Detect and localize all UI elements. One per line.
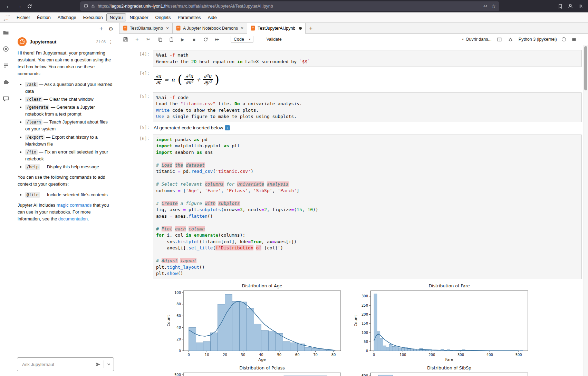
tab-jupyter-notebook-demo[interactable]: A Jupyter Notebook Demons ×: [173, 23, 247, 33]
code-cell[interactable]: [5]: %%ai -f codeLoad the "titanic.csv" …: [131, 92, 582, 122]
menu-edition[interactable]: Édition: [33, 13, 54, 21]
svg-text:0: 0: [179, 349, 181, 353]
validate-button[interactable]: Validate: [266, 37, 281, 42]
cut-cell-icon[interactable]: ✂: [145, 37, 152, 42]
url-bar[interactable]: https://iagpu2-nbgrader.univ-lyon1.fr/us…: [80, 1, 499, 11]
running-sessions-icon[interactable]: [2, 46, 9, 52]
code-token: Generate the: [156, 59, 191, 64]
notebook-file-icon: [123, 26, 127, 31]
code-line: import seaborn as sns: [156, 149, 579, 156]
kernel-status-icon[interactable]: [562, 37, 566, 41]
menu-execution[interactable]: Exécution: [80, 13, 106, 21]
reload-button[interactable]: [24, 1, 35, 11]
close-icon[interactable]: ×: [166, 26, 169, 31]
command-ask: /ask: [25, 82, 38, 87]
chevron-down-icon: ▾: [462, 38, 464, 41]
send-icon[interactable]: [95, 362, 101, 367]
table-of-contents-icon[interactable]: [2, 62, 9, 69]
code-token: analysis: [267, 181, 289, 187]
command-ask-desc: — Ask a question about your learned data: [25, 82, 113, 94]
notebook-file-icon: [251, 26, 255, 31]
account-icon[interactable]: [568, 3, 573, 9]
svg-text:100: 100: [362, 331, 368, 335]
paste-cell-icon[interactable]: [168, 37, 174, 42]
cell-editor[interactable]: import pandas as pdimport matplotlib.pyp…: [153, 135, 582, 279]
unsaved-changes-dot[interactable]: [299, 27, 302, 30]
notebook-content[interactable]: [4]: %%ai -f mathGenerate the 2D heat eq…: [119, 45, 588, 376]
code-token: ': [278, 245, 280, 250]
formgrader-icon[interactable]: [497, 37, 503, 42]
new-chat-icon[interactable]: +: [99, 26, 103, 32]
menu-affichage[interactable]: Affichage: [54, 13, 80, 21]
magic-commands-link[interactable]: magic commands: [57, 202, 92, 208]
extension-manager-icon[interactable]: [2, 79, 9, 86]
svg-text:300: 300: [457, 353, 464, 357]
chevron-down-icon[interactable]: [107, 362, 111, 366]
shield-icon[interactable]: [84, 4, 88, 9]
tab-testjupyterai[interactable]: TestJupyterAI.ipynb: [247, 23, 306, 34]
chat-input[interactable]: [21, 362, 95, 367]
equals-sign: =: [164, 77, 169, 83]
menu-nbgrader[interactable]: Nbgrader: [126, 13, 152, 21]
code-token: each: [175, 226, 186, 231]
code-token: #: [156, 226, 162, 231]
forward-button[interactable]: →: [14, 1, 24, 11]
code-token: as: [196, 150, 202, 155]
library-icon[interactable]: [578, 4, 583, 9]
chat-icon[interactable]: [2, 95, 9, 102]
code-token: axes: [156, 214, 170, 219]
restart-kernel-icon[interactable]: [202, 37, 209, 42]
scrollbar-thumb[interactable]: [584, 46, 587, 90]
copy-cell-icon[interactable]: [157, 37, 163, 42]
menu-fichier[interactable]: Fichier: [13, 13, 33, 21]
cell-editor[interactable]: %%ai -f mathGenerate the 2D heat equatio…: [153, 50, 582, 67]
jupyternaut-chat-panel: + ⚙ Jupyternaut 21:03 ⋮ Hi there! I'm Ju…: [12, 23, 119, 376]
stop-kernel-icon[interactable]: ■: [191, 37, 197, 42]
debugger-bug-icon[interactable]: [508, 37, 514, 42]
code-token: math: [175, 52, 189, 58]
hamburger-menu-icon[interactable]: [571, 37, 577, 42]
lock-icon[interactable]: [91, 4, 95, 9]
chat-settings-gear-icon[interactable]: ⚙: [109, 26, 113, 32]
tab-testollama[interactable]: TestOllama.ipynb ×: [119, 23, 173, 33]
save-icon[interactable]: [123, 37, 129, 42]
chat-message-area[interactable]: Jupyternaut 21:03 ⋮ Hi there! I'm Jupyte…: [12, 33, 119, 376]
code-cell[interactable]: [4]: %%ai -f mathGenerate the 2D heat eq…: [131, 50, 582, 67]
menu-aide[interactable]: Aide: [204, 13, 220, 21]
svg-text:Count: Count: [166, 315, 171, 326]
close-icon[interactable]: ×: [241, 26, 243, 31]
code-cell[interactable]: [6]: import pandas as pdimport matplotli…: [131, 135, 582, 279]
add-cell-icon[interactable]: +: [134, 36, 140, 43]
list-item: /export — Export chat history to a Markd…: [25, 134, 113, 148]
translate-icon[interactable]: A: [483, 4, 488, 9]
command-file-desc: — Include selected file's contents: [41, 192, 108, 197]
pocket-icon[interactable]: [558, 4, 563, 9]
bookmark-star-icon[interactable]: ☆: [491, 3, 496, 9]
cell-type-select[interactable]: Code ▾: [231, 36, 253, 43]
message-menu-icon[interactable]: ⋮: [108, 39, 113, 44]
open-in-dropdown[interactable]: ▾ Ouvrir dans...: [462, 37, 492, 42]
back-button[interactable]: ←: [3, 1, 14, 11]
documentation-link[interactable]: documentation: [58, 216, 88, 221]
cell-editor[interactable]: %%ai -f codeLoad the "titanic.csv" file.…: [153, 92, 582, 122]
menu-noyau[interactable]: Noyau: [106, 13, 126, 21]
footer-text: .: [88, 216, 89, 221]
matplotlib-figure: 02040608010001020304050607080Distributio…: [166, 283, 582, 376]
new-tab-button[interactable]: +: [306, 23, 316, 33]
frac-den: ∂y²: [203, 80, 213, 86]
menu-parametres[interactable]: Paramètres: [174, 13, 204, 21]
kernel-name[interactable]: Python 3 (ipykernel): [519, 37, 557, 42]
code-token: (columns):: [218, 232, 245, 238]
code-token: ,: [272, 188, 278, 193]
code-token: LaTeX surrounded by: [242, 59, 299, 64]
run-cell-icon[interactable]: ▶: [180, 37, 186, 42]
code-line: [156, 194, 579, 200]
code-token: (titanic[col], kde: [199, 239, 248, 244]
menu-onglets[interactable]: Onglets: [152, 13, 174, 21]
file-browser-icon[interactable]: [2, 29, 9, 36]
svg-text:0: 0: [188, 353, 190, 357]
code-token: ,: [199, 188, 205, 193]
code-token: 'Age': [186, 188, 199, 193]
restart-run-all-icon[interactable]: ▶▶: [214, 38, 220, 41]
notebook-scrollbar[interactable]: [584, 45, 588, 376]
